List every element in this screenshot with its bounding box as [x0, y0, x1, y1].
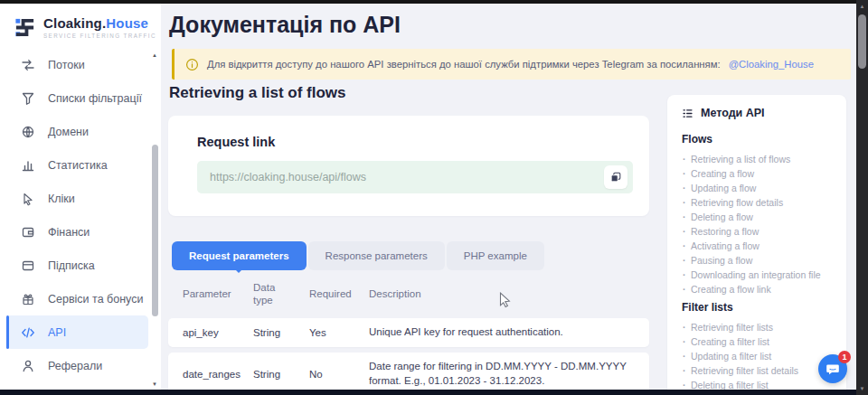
info-icon: [185, 58, 199, 71]
sidebar-item-label: Сервіси та бонуси: [48, 293, 143, 306]
sidebar-item-label: Списки фільтрації: [48, 92, 142, 105]
sidebar-menu: Потоки Списки фільтрації Домени Статисти…: [0, 48, 161, 382]
api-methods-panel: Методи API Flows Retrieving a list of fl…: [667, 95, 846, 395]
sidebar: Cloaking.House SERVICE FILTERING TRAFFIC…: [0, 4, 161, 390]
request-link-card: Request link https://cloaking.house/api/…: [168, 116, 649, 216]
method-link[interactable]: Pausing a flow: [667, 253, 846, 268]
parameter-tabs: Request parameters Response parameters P…: [172, 241, 544, 270]
request-url: https://cloaking.house/api/flows: [210, 171, 366, 183]
window-top-bar: [0, 0, 868, 4]
sidebar-item-filter-lists[interactable]: Списки фільтрації: [0, 81, 161, 115]
cell-parameter: api_key: [183, 327, 253, 338]
method-link[interactable]: Retrieving flow details: [667, 195, 846, 210]
sidebar-item-flows[interactable]: Потоки: [0, 48, 161, 81]
sidebar-item-label: API: [48, 326, 66, 339]
wallet-icon: [21, 225, 35, 240]
bar-chart-icon: [21, 158, 35, 173]
chat-badge: 1: [838, 351, 851, 363]
column-header-parameter: Parameter: [183, 288, 253, 299]
chat-widget-button[interactable]: 1: [818, 354, 847, 383]
method-link[interactable]: Downloading an integration file: [667, 268, 846, 282]
sidebar-item-referrals[interactable]: Реферали: [0, 349, 161, 382]
sidebar-item-subscription[interactable]: Підписка: [0, 249, 161, 282]
sidebar-item-label: Реферали: [48, 360, 102, 372]
filter-lists-links: Retrieving filter lists Creating a filte…: [667, 320, 846, 395]
brand-tagline: SERVICE FILTERING TRAFFIC: [43, 33, 156, 39]
sidebar-item-label: Кліки: [48, 193, 75, 205]
sidebar-scroll-down-icon[interactable]: ▼: [149, 381, 160, 387]
logo[interactable]: Cloaking.House SERVICE FILTERING TRAFFIC: [0, 4, 161, 39]
gift-icon: [21, 292, 35, 306]
column-header-description: Description: [369, 288, 635, 299]
cell-required: Yes: [309, 327, 369, 338]
sidebar-scrollbar-thumb[interactable]: [152, 145, 158, 316]
method-link[interactable]: Deleting a flow: [667, 210, 846, 224]
user-icon: [21, 359, 35, 373]
sidebar-item-statistics[interactable]: Статистика: [0, 148, 161, 182]
window-bottom-bar: [0, 390, 856, 395]
sidebar-item-clicks[interactable]: Кліки: [0, 182, 161, 215]
tab-response-parameters[interactable]: Response parameters: [308, 241, 445, 270]
card-icon: [21, 259, 35, 273]
funnel-icon: [21, 91, 35, 106]
request-link-title: Request link: [197, 135, 649, 149]
scrollbar-thumb[interactable]: [858, 14, 866, 69]
copy-button[interactable]: [604, 165, 627, 189]
column-header-data-type: Data type: [253, 281, 309, 307]
copy-icon: [609, 171, 622, 183]
sidebar-item-label: Домени: [48, 126, 89, 138]
section-title: Retrieving a list of flows: [169, 84, 346, 102]
cell-description: Unique API key for request authenticatio…: [369, 325, 649, 340]
globe-icon: [21, 125, 35, 139]
method-link[interactable]: Creating a flow link: [667, 282, 846, 296]
request-url-field[interactable]: https://cloaking.house/api/flows: [197, 161, 633, 193]
sidebar-item-services-bonuses[interactable]: Сервіси та бонуси: [0, 282, 161, 315]
telegram-link[interactable]: @Cloaking_House: [729, 59, 814, 70]
tab-request-parameters[interactable]: Request parameters: [172, 241, 307, 270]
sync-icon: [21, 58, 35, 72]
brand-name: Cloaking.House: [43, 15, 156, 31]
table-row: date_ranges String No Date range for fil…: [168, 353, 649, 395]
table-row: api_key String Yes Unique API key for re…: [168, 318, 649, 347]
cell-description: Date range for filtering in DD.MM.YYYY -…: [369, 360, 649, 388]
sidebar-item-label: Потоки: [48, 59, 85, 71]
sidebar-item-label: Статистика: [48, 159, 108, 172]
flows-links: Retrieving a list of flows Creating a fl…: [667, 152, 846, 296]
method-link[interactable]: Retrieving filter lists: [667, 320, 846, 334]
page-title: Документація по API: [169, 12, 401, 38]
method-link[interactable]: Activating a flow: [667, 239, 846, 253]
scroll-up-icon[interactable]: ▲: [856, 2, 868, 11]
method-link[interactable]: Creating a filter list: [667, 334, 846, 349]
method-link[interactable]: Retrieving a list of flows: [667, 152, 846, 166]
cell-required: No: [309, 369, 369, 380]
scroll-down-icon[interactable]: ▼: [856, 384, 868, 393]
sidebar-item-domains[interactable]: Домени: [0, 115, 161, 148]
list-icon: [682, 108, 693, 119]
sidebar-item-api[interactable]: API: [6, 315, 148, 349]
cell-parameter: date_ranges: [183, 369, 253, 380]
sidebar-scroll-up-icon[interactable]: ▲: [149, 52, 160, 58]
sidebar-item-label: Підписка: [48, 259, 95, 272]
method-link[interactable]: Restoring a flow: [667, 224, 846, 239]
api-access-notice: Для відкриття доступу до нашого API звер…: [172, 49, 851, 80]
table-header-row: Parameter Data type Required Description: [183, 277, 635, 310]
browser-scrollbar[interactable]: ▲ ▼: [856, 0, 868, 395]
method-link[interactable]: Creating a flow: [667, 166, 846, 181]
methods-section-filter-lists: Filter lists: [682, 301, 846, 314]
notice-text: Для відкриття доступу до нашого API звер…: [207, 59, 721, 70]
cell-data-type: String: [253, 327, 309, 338]
chat-bubble-icon: [825, 361, 841, 377]
code-icon: [21, 325, 35, 340]
methods-section-flows: Flows: [682, 133, 846, 146]
sidebar-item-finances[interactable]: Фінанси: [0, 215, 161, 249]
method-link[interactable]: Updating a flow: [667, 181, 846, 195]
cursor-icon: [21, 192, 35, 206]
column-header-required: Required: [309, 288, 369, 299]
tab-php-example[interactable]: PHP example: [447, 241, 544, 270]
sidebar-item-label: Фінанси: [48, 226, 90, 239]
cloaking-house-logo-icon: [14, 16, 36, 39]
cell-data-type: String: [253, 369, 309, 380]
methods-panel-title: Методи API: [701, 107, 765, 119]
